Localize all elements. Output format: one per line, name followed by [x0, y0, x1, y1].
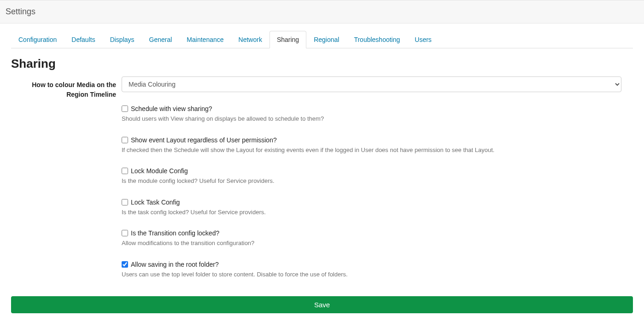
- checkbox-group: Allow saving in the root folder?Users ca…: [122, 261, 621, 279]
- checkbox-input[interactable]: [122, 261, 128, 268]
- checkbox-input[interactable]: [122, 105, 128, 112]
- tabs: ConfigurationDefaultsDisplaysGeneralMain…: [11, 31, 633, 48]
- checkbox-row: Allow saving in the root folder?: [122, 261, 621, 268]
- checkbox-input[interactable]: [122, 137, 128, 143]
- header-bar: Settings: [0, 0, 644, 23]
- media-colouring-select-wrapper: Media Colouring: [122, 76, 621, 92]
- media-colouring-row: How to colour Media on the Region Timeli…: [11, 76, 633, 283]
- section-title: Sharing: [11, 57, 633, 71]
- checkbox-row: Schedule with view sharing?: [122, 105, 621, 112]
- tab-sharing[interactable]: Sharing: [269, 31, 306, 48]
- checkbox-help: Users can use the top level folder to st…: [122, 270, 621, 279]
- tab-displays[interactable]: Displays: [103, 31, 142, 48]
- tab-users[interactable]: Users: [407, 31, 439, 48]
- checkbox-label[interactable]: Lock Task Config: [131, 199, 180, 206]
- checkbox-row: Lock Task Config: [122, 199, 621, 206]
- media-colouring-select[interactable]: Media Colouring: [122, 76, 621, 92]
- tab-network[interactable]: Network: [231, 31, 269, 48]
- tab-configuration[interactable]: Configuration: [11, 31, 64, 48]
- checkbox-input[interactable]: [122, 168, 128, 174]
- save-bar: Save: [0, 296, 644, 313]
- tab-regional[interactable]: Regional: [306, 31, 346, 48]
- media-colouring-input-col: Media Colouring Schedule with view shari…: [122, 76, 621, 283]
- tab-general[interactable]: General: [142, 31, 180, 48]
- checkbox-row: Is the Transition config locked?: [122, 229, 621, 237]
- checkbox-input[interactable]: [122, 230, 128, 236]
- checkbox-help: Allow modifications to the transition co…: [122, 239, 621, 248]
- checkbox-help: If checked then the Schedule will show t…: [122, 146, 621, 155]
- checkbox-help: Should users with View sharing on displa…: [122, 114, 621, 123]
- checkbox-input[interactable]: [122, 199, 128, 205]
- tab-defaults[interactable]: Defaults: [64, 31, 102, 48]
- page-title: Settings: [6, 7, 638, 17]
- checkbox-help: Is the task config locked? Useful for Se…: [122, 208, 621, 217]
- main-content: ConfigurationDefaultsDisplaysGeneralMain…: [0, 31, 644, 283]
- checkbox-row: Show event Layout regardless of User per…: [122, 136, 621, 144]
- checkbox-group: Is the Transition config locked?Allow mo…: [122, 229, 621, 248]
- media-colouring-label-col: How to colour Media on the Region Timeli…: [11, 76, 122, 100]
- checkbox-label[interactable]: Show event Layout regardless of User per…: [131, 136, 277, 144]
- tab-troubleshooting[interactable]: Troubleshooting: [346, 31, 407, 48]
- checkbox-row: Lock Module Config: [122, 167, 621, 175]
- checkbox-group: Show event Layout regardless of User per…: [122, 136, 621, 155]
- checkbox-label[interactable]: Allow saving in the root folder?: [131, 261, 219, 268]
- checkbox-group: Lock Task ConfigIs the task config locke…: [122, 199, 621, 217]
- checkbox-label[interactable]: Schedule with view sharing?: [131, 105, 212, 112]
- media-colouring-label: How to colour Media on the Region Timeli…: [32, 81, 116, 98]
- checkbox-help: Is the module config locked? Useful for …: [122, 176, 621, 186]
- checkbox-group: Lock Module ConfigIs the module config l…: [122, 167, 621, 186]
- checkbox-label[interactable]: Lock Module Config: [131, 167, 188, 175]
- tab-maintenance[interactable]: Maintenance: [179, 31, 231, 48]
- checkbox-group: Schedule with view sharing?Should users …: [122, 105, 621, 123]
- save-button[interactable]: Save: [11, 296, 633, 313]
- checkbox-label[interactable]: Is the Transition config locked?: [131, 229, 219, 237]
